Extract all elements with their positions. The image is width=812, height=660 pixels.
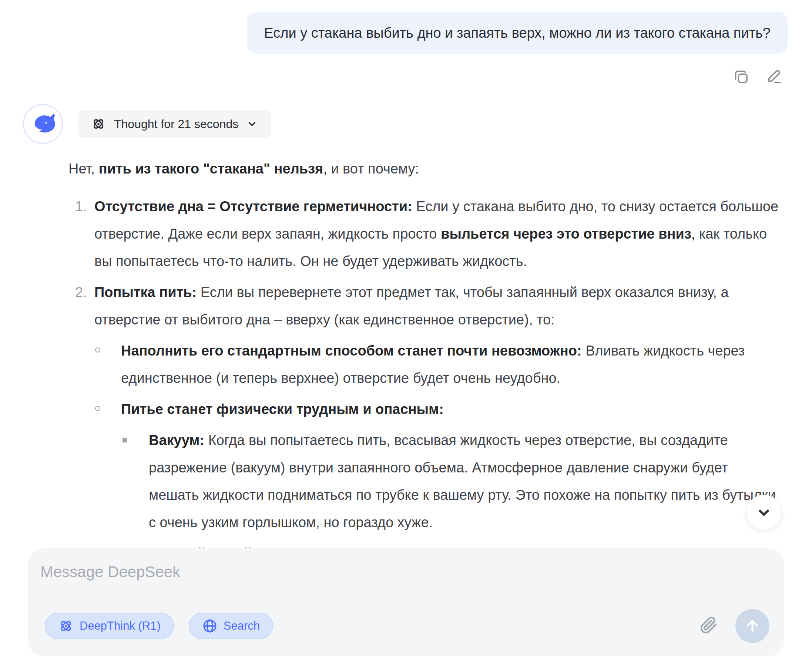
message-composer[interactable]: DeepThink (R1) Search [28,548,784,656]
globe-icon [202,618,218,634]
mode-pills: DeepThink (R1) Search [40,612,273,639]
send-button[interactable] [736,609,769,643]
response-sub-sub-list: Вакуум: Когда вы попытаетесь пить, всасы… [121,427,781,567]
list-item-text: Попытка пить: Если вы перевернете этот п… [94,279,781,333]
deepseek-avatar [23,104,63,144]
scroll-to-bottom-button[interactable] [746,495,782,530]
copy-icon [733,68,750,85]
thought-toggle-button[interactable]: Thought for 21 seconds [78,110,271,138]
list-item-2: 2. Попытка пить: Если вы перевернете это… [68,279,781,567]
user-message-bubble: Если у стакана выбить дно и запаять верх… [247,12,788,54]
attach-button[interactable] [700,616,718,636]
response-intro: Нет, пить из такого "стакана" нельзя, и … [68,155,781,182]
search-toggle[interactable]: Search [189,612,273,639]
message-actions [0,54,812,86]
atom-icon [91,117,106,131]
composer-actions [700,609,772,643]
sub-sub-item-text: Вакуум: Когда вы попытаетесь пить, всасы… [149,427,781,536]
edit-button[interactable] [765,68,783,86]
deepthink-toggle[interactable]: DeepThink (R1) [45,612,174,639]
sub-sub-item-1: Вакуум: Когда вы попытаетесь пить, всасы… [121,427,781,536]
list-number: 1. [75,193,87,220]
chevron-down-icon [246,118,257,130]
chevron-down-icon [756,505,772,520]
whale-logo-icon [29,113,57,135]
copy-button[interactable] [732,68,750,86]
arrow-up-icon [744,617,761,635]
sub-item-text: Наполнить его стандартным способом стане… [121,337,781,392]
paperclip-icon [700,616,718,634]
response-sub-list: Наполнить его стандартным способом стане… [94,337,781,567]
deepthink-label: DeepThink (R1) [79,619,160,633]
circle-bullet [95,347,100,352]
search-label: Search [224,619,260,633]
assistant-header: Thought for 21 seconds [0,86,812,144]
list-number: 2. [75,279,87,306]
square-bullet [122,438,127,443]
composer-toolbar: DeepThink (R1) Search [40,609,772,643]
sub-item-text: Питье станет физически трудным и опасным… [121,395,781,423]
atom-icon [58,618,74,634]
user-message-row: Если у стакана выбить дно и запаять верх… [0,0,812,54]
assistant-response: Нет, пить из такого "стакана" нельзя, и … [0,144,812,567]
message-input[interactable] [40,563,772,581]
sub-item-1: Наполнить его стандартным способом стане… [94,337,781,392]
list-item-1: 1. Отсутствие дна = Отсутствие герметичн… [68,193,781,275]
edit-icon [766,68,783,85]
circle-bullet [95,406,100,411]
thought-label: Thought for 21 seconds [114,117,238,131]
response-numbered-list: 1. Отсутствие дна = Отсутствие герметичн… [68,193,781,567]
sub-item-2: Питье станет физически трудным и опасным… [94,395,781,567]
list-item-text: Отсутствие дна = Отсутствие герметичност… [94,193,781,275]
